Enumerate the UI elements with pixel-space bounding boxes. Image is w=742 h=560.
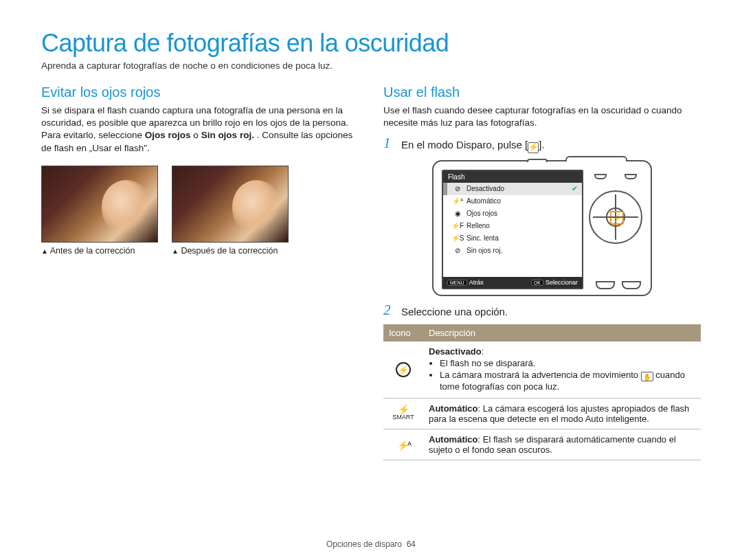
table-row: ⚡SMART Automático: La cámara escogerá lo… [383,399,701,429]
row-title: Desactivado [429,346,482,357]
flash-auto-icon: ⚡ᴬ [453,197,462,206]
text: En el modo Disparo, pulse [ [401,139,528,150]
desc-cell: Automático: La cámara escogerá los ajust… [423,399,701,429]
camera-diagram: Flash ⊘Desactivado✔ ⚡ᴬAutomático ◉Ojos r… [383,160,701,296]
table-row: ⚡ Desactivado: El flash no se disparará.… [383,341,701,399]
step-text: En el modo Disparo, pulse [⚡]. [401,136,701,153]
caption-text: Después de la corrección [181,246,278,256]
lcd-item-ojos-rojos: ◉Ojos rojos [443,208,582,220]
bullet-list: El flash no se disparará. La cámara most… [429,358,695,392]
step-text: Seleccione una opción. [401,303,701,319]
lcd-label: Desactivado [466,185,504,192]
lcd-label: Relleno [466,222,490,229]
triangle-icon: ▲ [41,247,48,255]
left-heading: Evitar los ojos rojos [41,85,359,100]
lcd-label: Ojos rojos [466,210,497,217]
page-title: Captura de fotografías en la oscuridad [41,29,701,58]
left-paragraph: Si se dispara el flash cuando captura un… [41,104,359,155]
lcd-label: Sin ojos roj. [466,247,502,254]
camera-button [596,281,615,289]
footer-section: Opciones de disparo [326,539,402,549]
camera-lens-stub [527,159,548,162]
camera-controls: ⚡ [589,175,642,244]
page-subtitle: Aprenda a capturar fotografías de noche … [41,60,701,71]
right-heading: Usar el flash [383,85,701,100]
portrait-photo-after [172,166,289,243]
right-column: Usar el flash Use el flash cuando desee … [383,85,701,460]
camera-small-button [594,174,607,179]
page-footer: Opciones de disparo 64 [0,539,742,549]
lcd-item-desactivado: ⊘Desactivado✔ [443,183,582,195]
flash-button-icon: ⚡ [528,142,539,153]
lcd-item-sin-ojos-roj: ⊘Sin ojos roj. [443,245,582,257]
camera-bottom-buttons [596,281,641,289]
icon-cell: ⚡SMART [383,399,423,429]
lcd-menu-title: Flash [443,171,582,183]
right-intro: Use el flash cuando desee capturar fotog… [383,104,701,129]
caption-after: ▲ Después de la corrección [172,246,289,256]
text: o [193,130,201,140]
icon-cell: ⚡ᴬ [383,429,423,460]
lcd-label: Sinc. lenta [466,234,499,242]
row-title: Automático [429,434,478,445]
list-item: La cámara mostrará la advertencia de mov… [440,370,695,392]
check-icon: ✔ [572,184,578,193]
flash-smart-icon: ⚡SMART [392,405,414,420]
table-row: ⚡ᴬ Automático: El flash se disparará aut… [383,429,701,460]
flash-off-icon: ⊘ [453,184,462,194]
flash-auto-icon: ⚡ᴬ [397,440,410,451]
bold-sin-ojos-roj: Sin ojos roj. [201,130,254,140]
step-number: 2 [383,303,396,319]
lcd-item-automatico: ⚡ᴬAutomático [443,195,582,208]
options-table: Icono Descripción ⚡ Desactivado: El flas… [383,324,701,461]
camera-lcd: Flash ⊘Desactivado✔ ⚡ᴬAutomático ◉Ojos r… [442,170,583,289]
photo-after: ▲ Después de la corrección [172,166,289,256]
lcd-item-relleno: ⚡FRelleno [443,220,582,232]
left-column: Evitar los ojos rojos Si se dispara el f… [41,85,359,460]
flash-off-icon: ⚡ [396,362,411,377]
lcd-footer: MENUAtrás OKSeleccionar [443,277,582,288]
flash-dpad-highlight-icon: ⚡ [610,211,624,225]
shake-warning-icon: ✋ [641,372,653,381]
text: ]. [539,139,544,150]
icon-cell: ⚡ [383,341,423,399]
photo-before: ▲ Antes de la corrección [41,166,158,256]
camera-dpad: ⚡ [589,190,642,244]
lcd-label: Automático [466,197,501,205]
menu-button-icon: MENU [447,280,467,286]
text: La cámara mostrará la advertencia de mov… [440,370,641,380]
portrait-photo-before [41,166,158,243]
lcd-item-sinc-lenta: ⚡SSinc. lenta [443,232,582,245]
bold-ojos-rojos: Ojos rojos [145,130,191,140]
step-1: 1 En el modo Disparo, pulse [⚡]. [383,136,701,153]
caption-before: ▲ Antes de la corrección [41,246,158,256]
lcd-footer-right: Seleccionar [546,279,578,286]
list-item: El flash no se disparará. [440,358,695,368]
ok-button-icon: OK [531,280,543,286]
eye-icon: ◉ [453,209,462,219]
row-title: Automático [429,403,478,414]
camera-small-button [625,174,637,179]
col-icono: Icono [383,324,423,341]
table-header-row: Icono Descripción [383,324,701,341]
step-2: 2 Seleccione una opción. [383,303,701,319]
no-redeye-icon: ⊘ [453,246,462,256]
footer-page-number: 64 [407,539,416,549]
camera-body: Flash ⊘Desactivado✔ ⚡ᴬAutomático ◉Ojos r… [432,160,652,296]
camera-top-ridge [565,156,627,161]
flash-fill-icon: ⚡F [453,221,462,231]
camera-button [622,281,641,289]
flash-slow-icon: ⚡S [453,234,462,243]
caption-text: Antes de la corrección [50,246,135,256]
desc-cell: Automático: El flash se disparará automá… [423,429,701,460]
desc-cell: Desactivado: El flash no se disparará. L… [423,341,701,399]
photo-row: ▲ Antes de la corrección ▲ Después de la… [41,166,359,256]
lcd-footer-left: Atrás [469,279,484,286]
col-descripcion: Descripción [423,324,701,341]
step-number: 1 [383,136,396,153]
triangle-icon: ▲ [172,247,179,255]
